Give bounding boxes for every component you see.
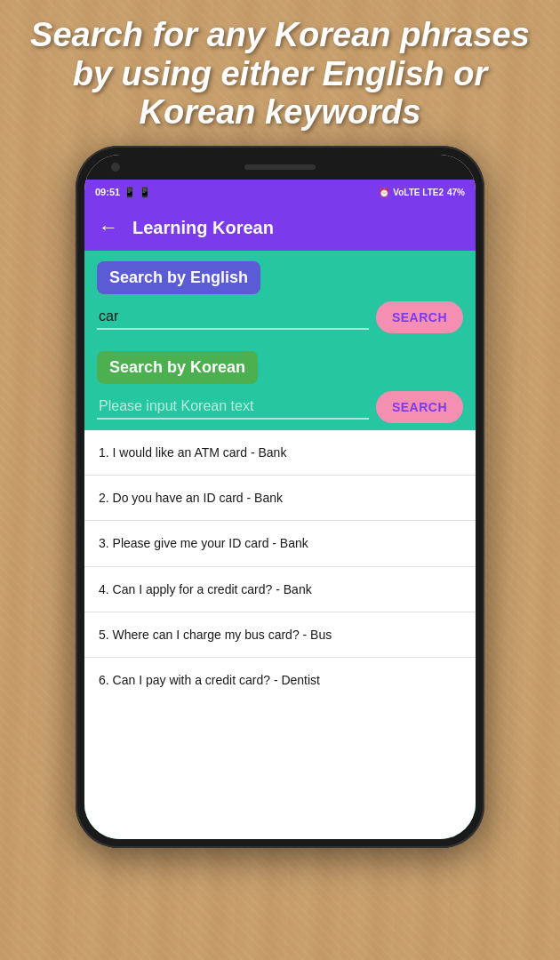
korean-search-label: Search by Korean [97,351,258,384]
hero-heading: Search for any Korean phrases by using e… [0,0,560,141]
status-battery: 47% [447,188,465,197]
status-bar: 09:51 📱 📱 ⏰ VoLTE LTE2 47% [84,180,476,204]
korean-search-row: SEARCH [97,391,463,423]
phone-hardware-bar [84,155,476,180]
results-list: 1. I would like an ATM card - Bank2. Do … [84,430,476,839]
korean-search-button[interactable]: SEARCH [376,391,463,423]
english-search-input[interactable] [97,305,369,330]
speaker-bar [244,164,316,170]
status-alarm: ⏰ [379,188,389,197]
korean-search-section: Search by Korean SEARCH [84,340,476,430]
main-content: Search by English SEARCH Search by Korea… [84,251,476,839]
app-bar: ← Learning Korean [84,204,476,251]
list-item[interactable]: 2. Do you have an ID card - Bank [84,476,476,521]
back-button[interactable]: ← [99,216,118,239]
status-signal: VoLTE LTE2 [393,188,444,197]
english-search-label: Search by English [97,261,260,294]
english-search-row: SEARCH [97,301,463,333]
list-item[interactable]: 3. Please give me your ID card - Bank [84,521,476,566]
phone-mockup: 09:51 📱 📱 ⏰ VoLTE LTE2 47% ← Learning Ko… [76,146,484,848]
list-item[interactable]: 4. Can I apply for a credit card? - Bank [84,567,476,612]
status-icons: 📱 📱 [124,187,151,198]
list-item[interactable]: 5. Where can I charge my bus card? - Bus [84,612,476,658]
status-time: 09:51 [95,187,120,197]
english-search-section: Search by English SEARCH [84,251,476,340]
camera-dot [111,163,120,172]
english-search-button[interactable]: SEARCH [376,301,463,333]
list-item[interactable]: 6. Can I pay with a credit card? - Denti… [84,658,476,702]
list-item[interactable]: 1. I would like an ATM card - Bank [84,430,476,476]
app-title: Learning Korean [132,218,274,238]
hero-title: Search for any Korean phrases by using e… [18,16,542,132]
korean-search-input[interactable] [97,395,369,420]
